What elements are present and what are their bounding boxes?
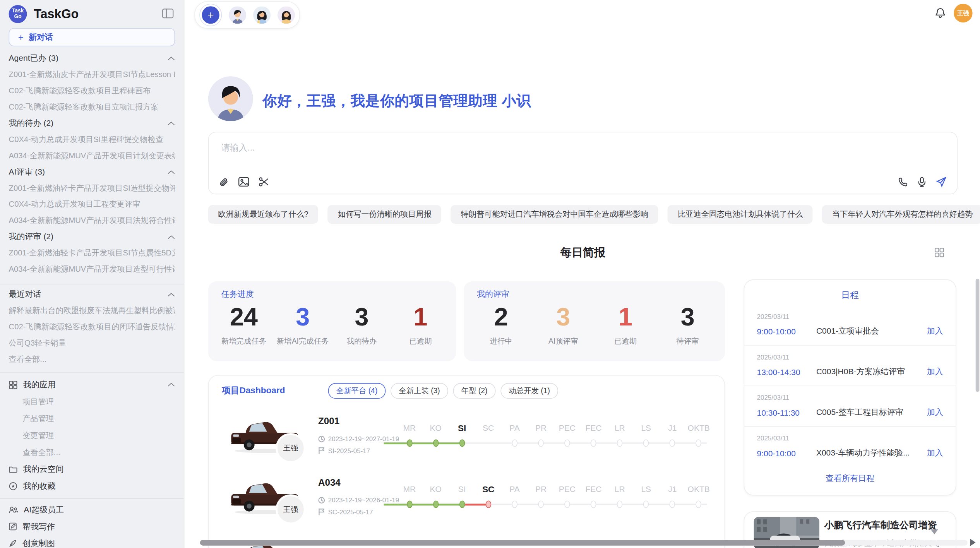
sidebar-item[interactable]: C02-飞腾新能源轻客改款项目立项汇报方案 — [9, 103, 175, 111]
sidebar-item[interactable]: C02-飞腾新能源轻客改款项目里程碑画布 — [9, 86, 175, 95]
schedule-time: 13:00-14:30 — [757, 367, 816, 377]
app-link-project-mgmt[interactable]: 项目管理 — [22, 397, 175, 406]
agent-avatar[interactable] — [253, 6, 271, 24]
section-header-recent-chats[interactable]: 最近对话 — [9, 290, 175, 299]
join-link[interactable]: 加入 — [927, 366, 943, 377]
schedule-date: 2025/03/11 — [757, 434, 943, 442]
app-window: Task Go TaskGo + 新对话 Agent已办 (3) Z001-全新… — [0, 0, 980, 548]
sidebar-item[interactable]: C0X4-动力总成开发项目工程变更评审 — [9, 200, 175, 209]
vertical-scrollbar-thumb[interactable] — [976, 279, 980, 392]
filter-pill[interactable]: 全新上装 (3) — [391, 383, 448, 399]
scroll-down-arrow[interactable] — [930, 529, 938, 534]
section-header-ai-review[interactable]: AI评审 (3) — [9, 168, 175, 176]
app-link-change-mgmt[interactable]: 变更管理 — [22, 431, 175, 440]
chat-composer — [208, 132, 958, 194]
sidebar-item-label: 我的云空间 — [23, 463, 64, 474]
user-avatar[interactable]: 王强 — [954, 4, 972, 22]
sidebar-item-label: 创意制图 — [22, 538, 55, 548]
sidebar-item[interactable]: A034-全新新能源MUV产品开发项目计划变更表编写 — [9, 151, 175, 160]
recent-chat-item[interactable]: 解释最新出台的欧盟报废车法规再生塑料比例被调至15%... — [9, 306, 175, 315]
section-header-agent-done[interactable]: Agent已办 (3) — [9, 54, 175, 63]
schedule-event-title: C003|H0B-方案冻结评审 — [816, 366, 927, 377]
milestone-dot — [459, 500, 465, 508]
image-icon[interactable] — [238, 177, 249, 187]
section-title: 我的待办 (2) — [9, 118, 53, 129]
milestone-label: KO — [423, 484, 449, 494]
milestone-dot — [617, 439, 623, 447]
milestone-dot — [512, 500, 517, 508]
sidebar-item[interactable]: Z001-全新燃油轻卡产品开发项目SI节点属性5D文件评审 — [9, 249, 175, 258]
milestone-dot — [696, 500, 702, 508]
sidebar-item[interactable]: Z001-全新燃油皮卡产品开发项目SI节点Lesson Learn报告 — [9, 70, 175, 79]
scissors-icon[interactable] — [259, 177, 269, 187]
stat: 1已逾期 — [391, 303, 450, 347]
layout-grid-icon[interactable] — [934, 247, 944, 260]
sidebar: Task Go TaskGo + 新对话 Agent已办 (3) Z001-全新… — [0, 0, 184, 548]
bell-icon[interactable] — [935, 7, 946, 21]
my-review-card: 我的评审 2进行中 3AI预评审 1已逾期 3待评审 — [464, 281, 725, 361]
add-agent-button[interactable]: + — [199, 4, 222, 26]
milestone-track: MRKOSISCPAPRPECFECLRLSJ1OKTB — [396, 484, 712, 510]
app-link-view-all[interactable]: 查看全部... — [22, 448, 175, 457]
suggestion-chip[interactable]: 比亚迪全固态电池计划具体说了什么 — [668, 205, 813, 224]
milestone-dot — [696, 439, 702, 447]
schedule-event-title: X003-车辆动力学性能验... — [816, 447, 927, 459]
agent-avatar[interactable] — [229, 6, 246, 24]
project-row[interactable]: 王强 Z001 2023-12-19~2027-01-19 SI-2025-05… — [209, 405, 724, 466]
sidebar-item-favorites[interactable]: 我的收藏 — [9, 481, 175, 490]
sidebar-item[interactable]: A034-全新新能源MUV产品开发项目法规符合性评审 — [9, 216, 175, 225]
sidebar-item-ai-staff[interactable]: AI超级员工 — [9, 505, 175, 514]
chat-input[interactable] — [220, 141, 910, 175]
suggestion-chip[interactable]: 欧洲新规最近颁布了什么? — [208, 205, 319, 224]
logo-text-bottom: Go — [14, 14, 21, 20]
phone-icon[interactable] — [898, 177, 908, 187]
suggestion-chip[interactable]: 特朗普可能对进口汽车增税会对中国车企造成哪些影响 — [451, 205, 658, 224]
section-title: AI评审 (3) — [9, 166, 45, 178]
recent-chat-view-all[interactable]: 查看全部... — [9, 355, 175, 364]
view-all-schedule-link[interactable]: 查看所有日程 — [744, 473, 956, 484]
project-code: A034 — [318, 477, 341, 487]
schedule-item: 2025/03/11 9:00-10:00 C001-立项审批会 加入 — [744, 305, 956, 345]
stat: 3新增AI完成任务 — [273, 303, 332, 347]
sidebar-item-help-write[interactable]: 帮我写作 — [9, 522, 175, 531]
divider — [0, 284, 184, 284]
horizontal-scrollbar-thumb[interactable] — [200, 540, 845, 546]
suggestion-chips: 欧洲新规最近颁布了什么? 如何写一份清晰的项目周报 特朗普可能对进口汽车增税会对… — [208, 205, 980, 224]
filter-pill[interactable]: 全新平台 (4) — [328, 383, 386, 399]
sidebar-item-cloud-space[interactable]: 我的云空间 — [9, 464, 175, 474]
suggestion-chip[interactable]: 如何写一份清晰的项目周报 — [328, 205, 442, 224]
microphone-icon[interactable] — [918, 176, 927, 187]
milestone-label: LR — [607, 423, 633, 433]
join-link[interactable]: 加入 — [927, 447, 943, 459]
new-chat-button[interactable]: + 新对话 — [9, 28, 175, 46]
recent-chat-item[interactable]: 公司Q3轻卡销量 — [9, 339, 175, 348]
join-link[interactable]: 加入 — [927, 407, 943, 418]
scroll-right-arrow[interactable] — [970, 539, 976, 546]
paperclip-icon[interactable] — [219, 177, 229, 187]
sidebar-item[interactable]: Z001-全新燃油轻卡产品开发项目SI造型提交物评审 — [9, 184, 175, 193]
sidebar-item-my-apps[interactable]: 我的应用 — [9, 380, 175, 389]
milestone-label: FEC — [580, 423, 607, 433]
app-link-product-mgmt[interactable]: 产品管理 — [22, 414, 175, 423]
section-header-my-review[interactable]: 我的评审 (2) — [9, 233, 175, 241]
agent-avatar[interactable] — [278, 6, 295, 24]
section-header-my-todo[interactable]: 我的待办 (2) — [9, 119, 175, 128]
filter-pill[interactable]: 年型 (2) — [453, 383, 496, 399]
milestone-dot — [591, 500, 596, 508]
recent-chat-item[interactable]: C02-飞腾新能源轻客改款项目的闭环通告反馈情况 — [9, 322, 175, 331]
milestone-label: PR — [528, 423, 554, 433]
milestone-dot — [512, 439, 517, 447]
milestone-dot — [670, 439, 675, 447]
send-icon[interactable] — [935, 176, 947, 187]
filter-pill[interactable]: 动总开发 (1) — [500, 383, 558, 399]
milestone-label: KO — [423, 423, 449, 433]
milestone-label: OKTB — [685, 484, 712, 494]
sidebar-item-creative-draw[interactable]: 创意制图 — [9, 539, 175, 548]
sidebar-collapse-icon[interactable] — [162, 8, 174, 21]
project-row[interactable]: 王强 A034 2023-12-19~2026-01-19 SC-2025-05… — [209, 466, 724, 527]
sidebar-item[interactable]: C0X4-动力总成开发项目SI里程碑提交物检查 — [9, 135, 175, 144]
suggestion-chip[interactable]: 当下年轻人对汽车外观有怎样的喜好趋势 — [822, 205, 980, 224]
join-link[interactable]: 加入 — [927, 325, 943, 337]
project-owner-badge: 王强 — [276, 433, 306, 463]
sidebar-item[interactable]: A034-全新新能源MUV产品开发项目造型可行性评审 — [9, 265, 175, 274]
